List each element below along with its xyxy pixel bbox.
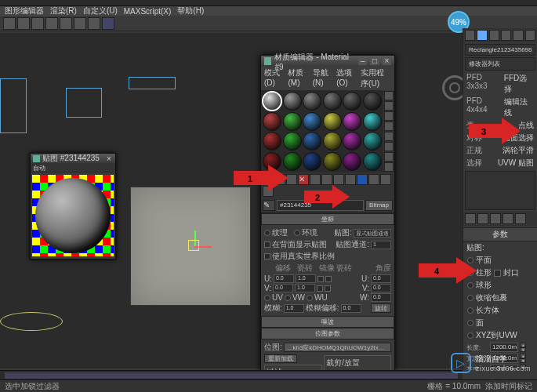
w-angle-spinner[interactable]: 0.0	[371, 293, 391, 302]
modifier-item[interactable]: 编辑法线	[504, 96, 534, 118]
material-slot[interactable]	[303, 112, 321, 131]
uv-radio[interactable]	[264, 295, 270, 301]
toolbar-button[interactable]	[17, 17, 30, 30]
mapping-dropdown[interactable]: 显式贴图通道	[354, 229, 391, 238]
modifier-item[interactable]: 正规	[466, 145, 482, 156]
modifier-item[interactable]: PFD 3x3x3	[466, 73, 504, 95]
material-slot[interactable]	[303, 152, 321, 171]
cap-checkbox[interactable]	[494, 270, 501, 277]
material-slot[interactable]	[283, 92, 302, 111]
menu-item[interactable]: MAXScript(X)	[124, 7, 172, 16]
length-spinner[interactable]: 1200.0m	[490, 343, 518, 352]
toolbar-button[interactable]	[3, 17, 16, 30]
maptype-radio[interactable]	[467, 332, 474, 339]
material-slot[interactable]	[283, 112, 302, 131]
rollout-bitmap-params[interactable]: 位图参数	[261, 328, 394, 339]
blur-offset-spinner[interactable]: 0.0	[341, 304, 361, 313]
u-offset-spinner[interactable]: 0.0	[274, 274, 294, 283]
material-slot[interactable]	[303, 92, 321, 111]
menu-item[interactable]: 实用程序(U)	[361, 67, 391, 89]
menu-item[interactable]: 图形编辑器	[5, 5, 44, 16]
modifier-item[interactable]: PFD 4x4x4	[466, 96, 504, 118]
background-icon[interactable]	[384, 111, 394, 121]
select-by-material-icon[interactable]	[384, 162, 394, 172]
modifier-item[interactable]: 选择	[466, 158, 482, 169]
material-slot[interactable]	[343, 112, 361, 131]
modifier-stack[interactable]	[465, 171, 535, 210]
menu-item[interactable]: 选项(O)	[336, 67, 356, 89]
material-slot[interactable]	[323, 112, 342, 131]
u-tiling-spinner[interactable]: 1.0	[296, 274, 316, 283]
rollout-coords[interactable]: 坐标	[261, 213, 394, 225]
pin-stack-icon[interactable]	[465, 213, 476, 224]
u-mirror-checkbox[interactable]	[317, 276, 324, 282]
object-name-field[interactable]: Rectangle2123435698	[465, 44, 535, 56]
hierarchy-tab-icon[interactable]	[489, 30, 499, 41]
material-id-icon[interactable]	[345, 174, 356, 185]
sample-type-icon[interactable]	[384, 91, 394, 100]
options-icon[interactable]	[384, 152, 394, 162]
material-slot[interactable]	[323, 92, 342, 111]
time-slider[interactable]	[0, 370, 463, 379]
rollout-params[interactable]: 参数	[463, 227, 537, 241]
material-slot[interactable]	[363, 92, 382, 111]
bitmap-preview-window[interactable]: 贴图 #23144235 × 自动	[30, 153, 116, 260]
copy-icon[interactable]	[310, 174, 321, 185]
reload-button[interactable]: 重新加载	[264, 354, 297, 363]
utilities-tab-icon[interactable]	[525, 30, 535, 41]
environ-radio[interactable]	[294, 230, 300, 236]
v-tiling-spinner[interactable]: 1.0	[295, 284, 315, 292]
show-result-icon[interactable]	[477, 213, 488, 224]
menu-item[interactable]: 帮助(H)	[177, 5, 204, 16]
v-mirror-checkbox[interactable]	[317, 285, 323, 292]
material-type-button[interactable]: Bitmap	[365, 200, 393, 211]
show-back-checkbox[interactable]	[264, 241, 270, 248]
texture-radio[interactable]	[264, 230, 270, 236]
move-gizmo[interactable]	[180, 230, 212, 262]
material-editor-menubar[interactable]: 模式(D) 材质(M) 导航(N) 选项(O) 实用程序(U)	[261, 67, 394, 90]
pick-material-icon[interactable]: ✎	[263, 200, 275, 211]
show-end-result-icon[interactable]	[368, 174, 379, 185]
preview-icon[interactable]	[384, 142, 394, 151]
remove-modifier-icon[interactable]	[503, 213, 513, 224]
u-angle-spinner[interactable]: 0.0	[371, 274, 391, 283]
modify-tab-icon[interactable]	[477, 30, 487, 41]
material-slot[interactable]	[343, 92, 361, 111]
rotate-button[interactable]: 旋转	[371, 303, 391, 313]
material-slot[interactable]	[363, 132, 382, 151]
close-icon[interactable]: ×	[105, 154, 113, 163]
v-tile-checkbox[interactable]	[325, 285, 331, 292]
object-wireframe[interactable]	[0, 312, 63, 331]
material-slot[interactable]	[343, 152, 361, 171]
maximize-icon[interactable]: □	[370, 57, 379, 65]
material-slot[interactable]	[303, 132, 321, 151]
material-slot[interactable]	[343, 132, 361, 151]
toolbar-button[interactable]	[74, 17, 86, 30]
minimize-icon[interactable]: –	[358, 57, 367, 65]
video-check-icon[interactable]	[384, 132, 394, 141]
display-tab-icon[interactable]	[513, 30, 523, 41]
object-wireframe[interactable]	[129, 77, 176, 89]
window-titlebar[interactable]: 材质编辑器 - Material #9 – □ ×	[261, 56, 394, 67]
object-wireframe[interactable]	[0, 78, 27, 133]
toolbar-button[interactable]	[45, 17, 58, 30]
modifier-item[interactable]: UVW 贴图	[498, 158, 534, 169]
material-slots[interactable]	[261, 90, 383, 172]
sample-uv-icon[interactable]	[384, 122, 394, 131]
channel-spinner[interactable]: 1	[371, 241, 391, 249]
v-angle-spinner[interactable]: 0.0	[371, 284, 391, 292]
modifier-item[interactable]: FFD选择	[504, 73, 534, 95]
put-to-library-icon[interactable]	[333, 174, 344, 185]
toolbar-button[interactable]	[88, 17, 100, 30]
material-editor-window[interactable]: 材质编辑器 - Material #9 – □ × 模式(D) 材质(M) 导航…	[260, 55, 395, 370]
toolbar-button[interactable]	[31, 17, 44, 30]
material-slot[interactable]	[263, 92, 281, 111]
unique-icon[interactable]	[490, 213, 501, 224]
maptype-radio[interactable]	[467, 307, 474, 314]
motion-tab-icon[interactable]	[501, 30, 511, 41]
menu-item[interactable]: 模式(D)	[264, 67, 283, 89]
axis-xy-handle[interactable]	[188, 240, 199, 251]
modifier-item[interactable]: 涡轮平滑	[503, 145, 534, 156]
make-unique-icon[interactable]	[321, 174, 332, 185]
window-titlebar[interactable]: 贴图 #23144235 ×	[31, 154, 115, 163]
